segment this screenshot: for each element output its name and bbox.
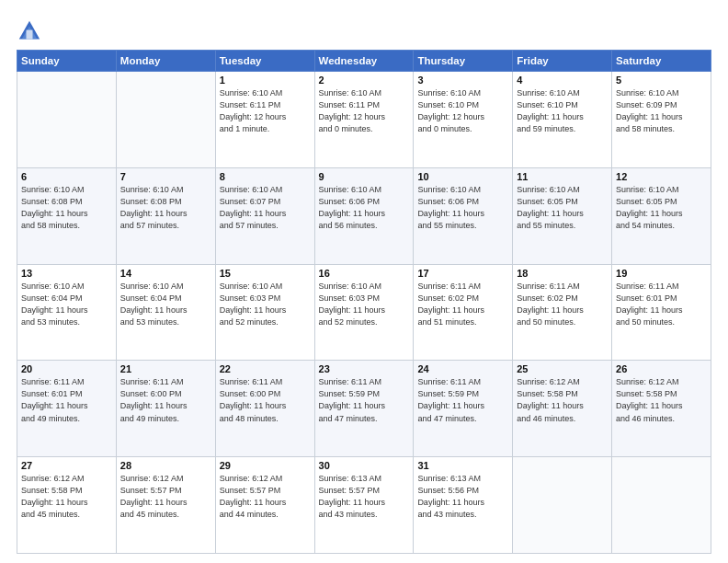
week-row-1: 6Sunrise: 6:10 AM Sunset: 6:08 PM Daylig… <box>17 167 711 264</box>
cell-info: Sunrise: 6:10 AM Sunset: 6:03 PM Dayligh… <box>220 281 311 328</box>
calendar-cell: 29Sunrise: 6:12 AM Sunset: 5:57 PM Dayli… <box>215 457 314 554</box>
calendar-cell: 15Sunrise: 6:10 AM Sunset: 6:03 PM Dayli… <box>215 264 314 361</box>
logo-icon <box>17 18 42 44</box>
day-number: 3 <box>417 75 508 86</box>
day-number: 2 <box>319 75 410 86</box>
calendar-cell <box>513 457 612 554</box>
col-header-wednesday: Wednesday <box>314 51 414 72</box>
calendar-cell: 17Sunrise: 6:11 AM Sunset: 6:02 PM Dayli… <box>414 264 513 361</box>
calendar-cell: 22Sunrise: 6:11 AM Sunset: 6:00 PM Dayli… <box>215 361 314 457</box>
cell-info: Sunrise: 6:12 AM Sunset: 5:58 PM Dayligh… <box>616 376 707 424</box>
col-header-thursday: Thursday <box>414 51 513 72</box>
cell-info: Sunrise: 6:11 AM Sunset: 6:02 PM Dayligh… <box>517 281 608 328</box>
cell-info: Sunrise: 6:10 AM Sunset: 6:03 PM Dayligh… <box>319 281 410 328</box>
day-number: 29 <box>220 460 311 471</box>
cell-info: Sunrise: 6:10 AM Sunset: 6:08 PM Dayligh… <box>120 184 211 232</box>
cell-info: Sunrise: 6:10 AM Sunset: 6:04 PM Dayligh… <box>120 281 211 328</box>
cell-info: Sunrise: 6:11 AM Sunset: 6:00 PM Dayligh… <box>220 376 311 424</box>
day-number: 13 <box>21 268 112 279</box>
day-number: 12 <box>616 171 707 182</box>
cell-info: Sunrise: 6:10 AM Sunset: 6:11 PM Dayligh… <box>220 87 311 135</box>
cell-info: Sunrise: 6:13 AM Sunset: 5:57 PM Dayligh… <box>319 473 410 521</box>
day-number: 5 <box>616 75 707 86</box>
calendar-cell <box>612 457 711 554</box>
cell-info: Sunrise: 6:11 AM Sunset: 6:01 PM Dayligh… <box>616 281 707 328</box>
calendar-cell: 3Sunrise: 6:10 AM Sunset: 6:10 PM Daylig… <box>414 72 513 168</box>
day-number: 17 <box>417 268 508 279</box>
cell-info: Sunrise: 6:10 AM Sunset: 6:08 PM Dayligh… <box>21 184 112 232</box>
cell-info: Sunrise: 6:10 AM Sunset: 6:10 PM Dayligh… <box>517 87 608 135</box>
calendar-cell: 5Sunrise: 6:10 AM Sunset: 6:09 PM Daylig… <box>612 72 711 168</box>
calendar-table: SundayMondayTuesdayWednesdayThursdayFrid… <box>17 50 711 554</box>
calendar-cell: 2Sunrise: 6:10 AM Sunset: 6:11 PM Daylig… <box>314 72 414 168</box>
cell-info: Sunrise: 6:11 AM Sunset: 6:01 PM Dayligh… <box>21 376 112 424</box>
cell-info: Sunrise: 6:11 AM Sunset: 6:02 PM Dayligh… <box>417 281 508 328</box>
cell-info: Sunrise: 6:10 AM Sunset: 6:05 PM Dayligh… <box>616 184 707 232</box>
header <box>17 15 711 44</box>
col-header-sunday: Sunday <box>17 51 117 72</box>
cell-info: Sunrise: 6:11 AM Sunset: 5:59 PM Dayligh… <box>417 376 508 424</box>
day-number: 22 <box>220 363 311 374</box>
calendar-cell: 7Sunrise: 6:10 AM Sunset: 6:08 PM Daylig… <box>116 167 215 264</box>
cell-info: Sunrise: 6:11 AM Sunset: 5:59 PM Dayligh… <box>319 376 410 424</box>
day-number: 15 <box>220 268 311 279</box>
calendar-cell <box>116 72 215 168</box>
col-header-monday: Monday <box>116 51 215 72</box>
day-number: 16 <box>319 268 410 279</box>
calendar-cell: 6Sunrise: 6:10 AM Sunset: 6:08 PM Daylig… <box>17 167 117 264</box>
calendar-cell: 16Sunrise: 6:10 AM Sunset: 6:03 PM Dayli… <box>314 264 414 361</box>
calendar-cell: 12Sunrise: 6:10 AM Sunset: 6:05 PM Dayli… <box>612 167 711 264</box>
calendar-cell: 24Sunrise: 6:11 AM Sunset: 5:59 PM Dayli… <box>414 361 513 457</box>
cell-info: Sunrise: 6:10 AM Sunset: 6:07 PM Dayligh… <box>220 184 311 232</box>
calendar-cell: 26Sunrise: 6:12 AM Sunset: 5:58 PM Dayli… <box>612 361 711 457</box>
day-number: 18 <box>517 268 608 279</box>
calendar-cell: 13Sunrise: 6:10 AM Sunset: 6:04 PM Dayli… <box>17 264 117 361</box>
week-row-2: 13Sunrise: 6:10 AM Sunset: 6:04 PM Dayli… <box>17 264 711 361</box>
day-number: 8 <box>220 171 311 182</box>
day-number: 11 <box>517 171 608 182</box>
cell-info: Sunrise: 6:10 AM Sunset: 6:09 PM Dayligh… <box>616 87 707 135</box>
calendar-cell: 20Sunrise: 6:11 AM Sunset: 6:01 PM Dayli… <box>17 361 117 457</box>
week-row-3: 20Sunrise: 6:11 AM Sunset: 6:01 PM Dayli… <box>17 361 711 457</box>
calendar-cell: 30Sunrise: 6:13 AM Sunset: 5:57 PM Dayli… <box>314 457 414 554</box>
cell-info: Sunrise: 6:12 AM Sunset: 5:58 PM Dayligh… <box>21 473 112 521</box>
page: SundayMondayTuesdayWednesdayThursdayFrid… <box>0 0 728 563</box>
cell-info: Sunrise: 6:10 AM Sunset: 6:10 PM Dayligh… <box>417 87 508 135</box>
day-number: 9 <box>319 171 410 182</box>
cell-info: Sunrise: 6:12 AM Sunset: 5:58 PM Dayligh… <box>517 376 608 424</box>
day-number: 25 <box>517 363 608 374</box>
day-number: 31 <box>417 460 508 471</box>
day-number: 28 <box>120 460 211 471</box>
calendar-cell: 14Sunrise: 6:10 AM Sunset: 6:04 PM Dayli… <box>116 264 215 361</box>
day-number: 21 <box>120 363 211 374</box>
day-number: 20 <box>21 363 112 374</box>
day-number: 6 <box>21 171 112 182</box>
calendar-cell: 28Sunrise: 6:12 AM Sunset: 5:57 PM Dayli… <box>116 457 215 554</box>
day-number: 19 <box>616 268 707 279</box>
col-header-friday: Friday <box>513 51 612 72</box>
day-number: 23 <box>319 363 410 374</box>
day-number: 27 <box>21 460 112 471</box>
cell-info: Sunrise: 6:10 AM Sunset: 6:06 PM Dayligh… <box>319 184 410 232</box>
cell-info: Sunrise: 6:13 AM Sunset: 5:56 PM Dayligh… <box>417 473 508 521</box>
col-header-tuesday: Tuesday <box>215 51 314 72</box>
day-number: 24 <box>417 363 508 374</box>
calendar-cell: 4Sunrise: 6:10 AM Sunset: 6:10 PM Daylig… <box>513 72 612 168</box>
calendar-cell: 23Sunrise: 6:11 AM Sunset: 5:59 PM Dayli… <box>314 361 414 457</box>
calendar-cell: 10Sunrise: 6:10 AM Sunset: 6:06 PM Dayli… <box>414 167 513 264</box>
cell-info: Sunrise: 6:11 AM Sunset: 6:00 PM Dayligh… <box>120 376 211 424</box>
cell-info: Sunrise: 6:10 AM Sunset: 6:05 PM Dayligh… <box>517 184 608 232</box>
calendar-cell: 1Sunrise: 6:10 AM Sunset: 6:11 PM Daylig… <box>215 72 314 168</box>
col-header-saturday: Saturday <box>612 51 711 72</box>
day-number: 10 <box>417 171 508 182</box>
calendar-cell: 27Sunrise: 6:12 AM Sunset: 5:58 PM Dayli… <box>17 457 117 554</box>
cell-info: Sunrise: 6:10 AM Sunset: 6:11 PM Dayligh… <box>319 87 410 135</box>
day-number: 26 <box>616 363 707 374</box>
calendar-cell: 18Sunrise: 6:11 AM Sunset: 6:02 PM Dayli… <box>513 264 612 361</box>
day-number: 7 <box>120 171 211 182</box>
calendar-header-row: SundayMondayTuesdayWednesdayThursdayFrid… <box>17 51 711 72</box>
calendar-cell: 21Sunrise: 6:11 AM Sunset: 6:00 PM Dayli… <box>116 361 215 457</box>
calendar-cell <box>17 72 117 168</box>
svg-rect-2 <box>27 30 33 40</box>
week-row-4: 27Sunrise: 6:12 AM Sunset: 5:58 PM Dayli… <box>17 457 711 554</box>
